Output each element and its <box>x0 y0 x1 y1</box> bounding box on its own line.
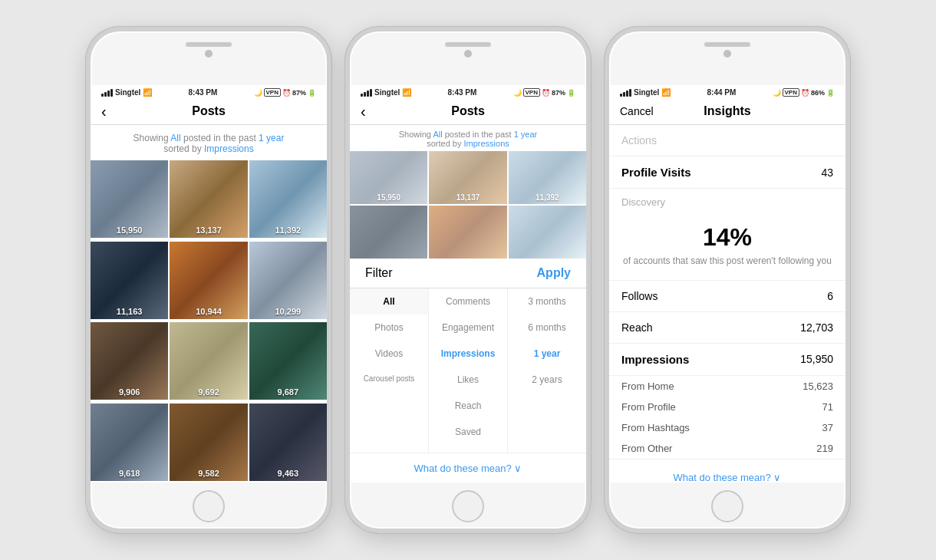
signal-3 <box>620 89 631 97</box>
photo-cell-1[interactable]: 15,950 <box>91 160 168 238</box>
status-left-2: Singtel 📶 <box>361 88 411 97</box>
from-profile-label: From Profile <box>621 401 676 413</box>
battery-2: 87% <box>552 89 565 97</box>
nav-title-1: Posts <box>192 104 226 118</box>
battery-1: 87% <box>292 89 306 97</box>
back-button-1[interactable]: ‹ <box>101 103 107 120</box>
photo-cell-8[interactable]: 9,692 <box>170 322 247 400</box>
alarm-icon-1: ⏰ <box>282 89 291 97</box>
from-hashtags-label: From Hashtags <box>621 422 690 433</box>
signal-1 <box>101 89 113 97</box>
carrier-2: Singtel <box>374 88 400 97</box>
status-left-3: Singtel 📶 <box>620 88 671 97</box>
insights-section: Actions Profile Visits 43 Discovery 14% … <box>609 125 845 483</box>
wifi-icon-1: 📶 <box>143 88 152 97</box>
status-bar-3: Singtel 📶 8:44 PM 🌙 VPN ⏰ 86% 🔋 <box>609 85 845 98</box>
filter-3months[interactable]: 3 months <box>508 288 586 315</box>
nav-bar-1: ‹ Posts <box>91 98 327 125</box>
showing-prefix-2: Showing <box>399 130 433 139</box>
reach-row: Reach 12,703 <box>609 312 845 344</box>
filter-content: All Photos Videos Carousel posts Comment… <box>350 288 586 453</box>
phone-2: Singtel 📶 8:43 PM 🌙 VPN ⏰ 87% 🔋 ‹ Posts … <box>345 27 591 533</box>
photo-cell-9[interactable]: 9,687 <box>249 322 327 400</box>
home-button-1[interactable] <box>193 490 225 522</box>
vpn-3: VPN <box>783 88 799 97</box>
battery-icon-3: 🔋 <box>826 89 835 97</box>
carrier-1: Singtel <box>115 88 140 97</box>
status-right-2: 🌙 VPN ⏰ 87% 🔋 <box>513 88 575 97</box>
alarm-icon-2: ⏰ <box>542 89 550 97</box>
moon-icon-3: 🌙 <box>773 89 781 97</box>
year-label-2: 1 year <box>514 130 538 139</box>
cancel-button[interactable]: Cancel <box>620 105 654 117</box>
reach-label: Reach <box>621 321 652 334</box>
insights-nav: Cancel Insights <box>609 98 845 125</box>
from-home-value: 15,623 <box>803 380 833 392</box>
photo-count-9: 9,687 <box>278 387 299 397</box>
screen-1: Singtel 📶 8:43 PM 🌙 VPN ⏰ 87% 🔋 ‹ Posts … <box>91 85 327 483</box>
filter-impressions[interactable]: Impressions <box>429 341 507 367</box>
time-2: 8:43 PM <box>448 88 477 97</box>
impressions-label-1[interactable]: Impressions <box>204 143 254 154</box>
home-button-2[interactable] <box>452 490 484 522</box>
photo-cell-7[interactable]: 9,906 <box>91 322 168 400</box>
insights-content: Actions Profile Visits 43 Discovery 14% … <box>609 125 845 483</box>
what-link-2[interactable]: What do these mean? ∨ <box>414 463 522 474</box>
photo-cell-4[interactable]: 11,163 <box>91 242 168 319</box>
screen-3: Singtel 📶 8:44 PM 🌙 VPN ⏰ 86% 🔋 Cancel I… <box>609 85 845 483</box>
photo-cell-12[interactable]: 9,463 <box>249 404 327 481</box>
phone-top-2 <box>350 31 586 93</box>
phone-3: Singtel 📶 8:44 PM 🌙 VPN ⏰ 86% 🔋 Cancel I… <box>605 27 850 533</box>
filter-6months[interactable]: 6 months <box>508 315 586 341</box>
filter-photos[interactable]: Photos <box>350 315 428 341</box>
filter-all[interactable]: All <box>350 288 428 315</box>
phone-top-1 <box>91 31 327 93</box>
filter-bar: Filter Apply <box>350 259 586 288</box>
photo-cell-3[interactable]: 11,392 <box>249 160 327 238</box>
small-photo-4 <box>350 206 427 259</box>
nav-title-2: Posts <box>451 104 485 118</box>
impressions-label-2: Impressions <box>464 139 509 148</box>
filter-likes[interactable]: Likes <box>429 367 507 393</box>
filter-saved[interactable]: Saved <box>429 419 507 445</box>
photo-cell-10[interactable]: 9,618 <box>91 404 168 481</box>
filter-2years[interactable]: 2 years <box>508 367 586 393</box>
phone-1: Singtel 📶 8:43 PM 🌙 VPN ⏰ 87% 🔋 ‹ Posts … <box>86 27 331 533</box>
discovery-percent: 14% <box>621 223 833 252</box>
nav-bar-2: ‹ Posts <box>350 98 586 125</box>
photo-cell-6[interactable]: 10,299 <box>249 242 327 319</box>
phone-top-3 <box>609 31 845 93</box>
all-label-1[interactable]: All <box>170 133 180 143</box>
home-button-3[interactable] <box>711 490 743 522</box>
what-link-3[interactable]: What do these mean? ∨ <box>674 472 782 483</box>
filter-comments[interactable]: Comments <box>429 288 507 315</box>
filter-col-time: 3 months 6 months 1 year 2 years <box>508 288 586 453</box>
vpn-2: VPN <box>523 88 540 97</box>
back-button-2[interactable]: ‹ <box>361 103 366 120</box>
insights-title: Insights <box>704 104 750 118</box>
photo-count-10: 9,618 <box>119 469 140 478</box>
filter-reach[interactable]: Reach <box>429 393 507 419</box>
filter-videos[interactable]: Videos <box>350 341 428 367</box>
photo-cell-11[interactable]: 9,582 <box>170 404 247 481</box>
filter-engagement[interactable]: Engagement <box>429 315 507 341</box>
year-label-1[interactable]: 1 year <box>259 133 284 143</box>
apply-button[interactable]: Apply <box>537 266 571 280</box>
discovery-header: Discovery <box>609 189 845 211</box>
small-photo-3: 11,392 <box>509 151 586 204</box>
photo-cell-5[interactable]: 10,944 <box>170 242 247 319</box>
impressions-label-3: Impressions <box>621 353 689 366</box>
moon-icon-2: 🌙 <box>513 89 522 97</box>
status-bar-1: Singtel 📶 8:43 PM 🌙 VPN ⏰ 87% 🔋 <box>91 85 327 98</box>
actions-label: Actions <box>621 134 657 147</box>
filter-1year[interactable]: 1 year <box>508 341 586 367</box>
photo-grid-1: 15,950 13,137 11,392 11,163 10,944 10,29… <box>91 160 327 483</box>
photo-cell-2[interactable]: 13,137 <box>170 160 247 238</box>
alarm-icon-3: ⏰ <box>801 89 809 97</box>
wifi-icon-3: 📶 <box>661 88 671 97</box>
filter-carousel[interactable]: Carousel posts <box>350 367 428 390</box>
small-photo-5 <box>429 206 506 259</box>
discovery-section: 14% of accounts that saw this post weren… <box>609 211 845 281</box>
photo-count-2: 13,137 <box>196 226 222 235</box>
photo-count-5: 10,944 <box>196 307 222 316</box>
